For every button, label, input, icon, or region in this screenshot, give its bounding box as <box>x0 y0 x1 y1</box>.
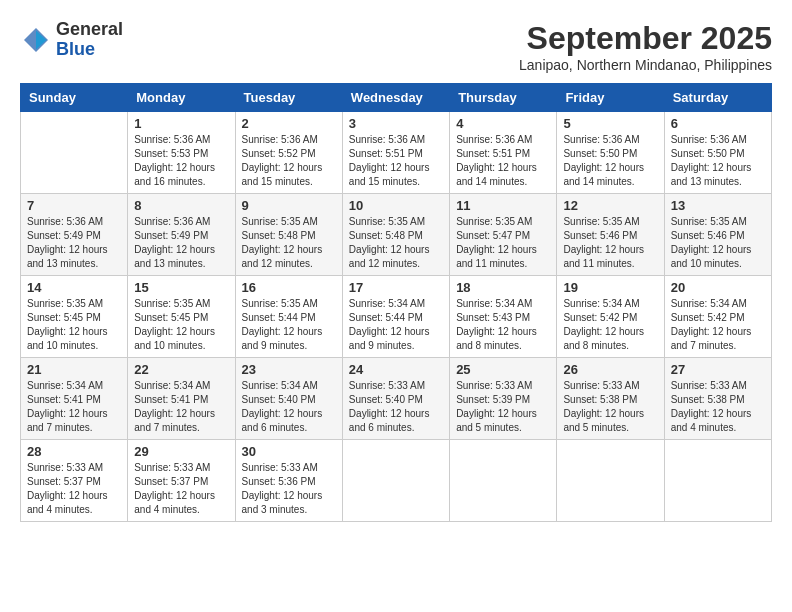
cell-info: Sunrise: 5:36 AMSunset: 5:50 PMDaylight:… <box>563 133 657 189</box>
cell-date-number: 26 <box>563 362 657 377</box>
calendar-cell <box>450 440 557 522</box>
cell-date-number: 13 <box>671 198 765 213</box>
calendar-cell: 2Sunrise: 5:36 AMSunset: 5:52 PMDaylight… <box>235 112 342 194</box>
cell-info: Sunrise: 5:36 AMSunset: 5:51 PMDaylight:… <box>456 133 550 189</box>
cell-info: Sunrise: 5:33 AMSunset: 5:38 PMDaylight:… <box>671 379 765 435</box>
logo-icon <box>20 24 52 56</box>
cell-info: Sunrise: 5:36 AMSunset: 5:53 PMDaylight:… <box>134 133 228 189</box>
day-header: Thursday <box>450 84 557 112</box>
calendar-cell <box>557 440 664 522</box>
title-block: September 2025 Lanipao, Northern Mindana… <box>519 20 772 73</box>
logo: General Blue <box>20 20 123 60</box>
day-header: Wednesday <box>342 84 449 112</box>
cell-info: Sunrise: 5:35 AMSunset: 5:46 PMDaylight:… <box>563 215 657 271</box>
calendar-week-row: 1Sunrise: 5:36 AMSunset: 5:53 PMDaylight… <box>21 112 772 194</box>
cell-info: Sunrise: 5:34 AMSunset: 5:42 PMDaylight:… <box>563 297 657 353</box>
calendar-cell <box>21 112 128 194</box>
cell-info: Sunrise: 5:36 AMSunset: 5:51 PMDaylight:… <box>349 133 443 189</box>
cell-info: Sunrise: 5:36 AMSunset: 5:49 PMDaylight:… <box>134 215 228 271</box>
cell-info: Sunrise: 5:34 AMSunset: 5:40 PMDaylight:… <box>242 379 336 435</box>
cell-date-number: 15 <box>134 280 228 295</box>
cell-date-number: 1 <box>134 116 228 131</box>
page-title: September 2025 <box>519 20 772 57</box>
calendar-cell: 10Sunrise: 5:35 AMSunset: 5:48 PMDayligh… <box>342 194 449 276</box>
calendar-cell: 5Sunrise: 5:36 AMSunset: 5:50 PMDaylight… <box>557 112 664 194</box>
logo-blue: Blue <box>56 40 123 60</box>
calendar-cell: 25Sunrise: 5:33 AMSunset: 5:39 PMDayligh… <box>450 358 557 440</box>
cell-date-number: 29 <box>134 444 228 459</box>
cell-info: Sunrise: 5:34 AMSunset: 5:42 PMDaylight:… <box>671 297 765 353</box>
calendar-cell: 23Sunrise: 5:34 AMSunset: 5:40 PMDayligh… <box>235 358 342 440</box>
cell-date-number: 18 <box>456 280 550 295</box>
calendar-cell: 21Sunrise: 5:34 AMSunset: 5:41 PMDayligh… <box>21 358 128 440</box>
cell-date-number: 2 <box>242 116 336 131</box>
calendar-week-row: 14Sunrise: 5:35 AMSunset: 5:45 PMDayligh… <box>21 276 772 358</box>
day-header: Saturday <box>664 84 771 112</box>
cell-date-number: 22 <box>134 362 228 377</box>
calendar-cell: 13Sunrise: 5:35 AMSunset: 5:46 PMDayligh… <box>664 194 771 276</box>
cell-date-number: 24 <box>349 362 443 377</box>
calendar-cell: 1Sunrise: 5:36 AMSunset: 5:53 PMDaylight… <box>128 112 235 194</box>
cell-info: Sunrise: 5:33 AMSunset: 5:37 PMDaylight:… <box>134 461 228 517</box>
cell-date-number: 17 <box>349 280 443 295</box>
calendar-cell: 20Sunrise: 5:34 AMSunset: 5:42 PMDayligh… <box>664 276 771 358</box>
calendar-cell: 14Sunrise: 5:35 AMSunset: 5:45 PMDayligh… <box>21 276 128 358</box>
cell-info: Sunrise: 5:35 AMSunset: 5:44 PMDaylight:… <box>242 297 336 353</box>
cell-date-number: 5 <box>563 116 657 131</box>
cell-date-number: 6 <box>671 116 765 131</box>
calendar-cell: 26Sunrise: 5:33 AMSunset: 5:38 PMDayligh… <box>557 358 664 440</box>
calendar-cell: 27Sunrise: 5:33 AMSunset: 5:38 PMDayligh… <box>664 358 771 440</box>
calendar-cell <box>342 440 449 522</box>
cell-info: Sunrise: 5:33 AMSunset: 5:40 PMDaylight:… <box>349 379 443 435</box>
cell-date-number: 8 <box>134 198 228 213</box>
calendar-cell: 11Sunrise: 5:35 AMSunset: 5:47 PMDayligh… <box>450 194 557 276</box>
cell-date-number: 14 <box>27 280 121 295</box>
calendar-cell: 15Sunrise: 5:35 AMSunset: 5:45 PMDayligh… <box>128 276 235 358</box>
cell-date-number: 16 <box>242 280 336 295</box>
cell-info: Sunrise: 5:33 AMSunset: 5:39 PMDaylight:… <box>456 379 550 435</box>
calendar-cell: 9Sunrise: 5:35 AMSunset: 5:48 PMDaylight… <box>235 194 342 276</box>
logo-general: General <box>56 20 123 40</box>
cell-info: Sunrise: 5:35 AMSunset: 5:48 PMDaylight:… <box>242 215 336 271</box>
cell-info: Sunrise: 5:35 AMSunset: 5:47 PMDaylight:… <box>456 215 550 271</box>
calendar-cell: 4Sunrise: 5:36 AMSunset: 5:51 PMDaylight… <box>450 112 557 194</box>
day-header: Monday <box>128 84 235 112</box>
cell-info: Sunrise: 5:34 AMSunset: 5:41 PMDaylight:… <box>27 379 121 435</box>
cell-date-number: 19 <box>563 280 657 295</box>
cell-date-number: 11 <box>456 198 550 213</box>
calendar-cell: 24Sunrise: 5:33 AMSunset: 5:40 PMDayligh… <box>342 358 449 440</box>
cell-info: Sunrise: 5:35 AMSunset: 5:46 PMDaylight:… <box>671 215 765 271</box>
page-subtitle: Lanipao, Northern Mindanao, Philippines <box>519 57 772 73</box>
cell-date-number: 28 <box>27 444 121 459</box>
cell-info: Sunrise: 5:36 AMSunset: 5:52 PMDaylight:… <box>242 133 336 189</box>
cell-info: Sunrise: 5:34 AMSunset: 5:44 PMDaylight:… <box>349 297 443 353</box>
calendar-cell: 19Sunrise: 5:34 AMSunset: 5:42 PMDayligh… <box>557 276 664 358</box>
calendar-week-row: 28Sunrise: 5:33 AMSunset: 5:37 PMDayligh… <box>21 440 772 522</box>
day-header: Friday <box>557 84 664 112</box>
page-header: General Blue September 2025 Lanipao, Nor… <box>20 20 772 73</box>
cell-info: Sunrise: 5:35 AMSunset: 5:45 PMDaylight:… <box>27 297 121 353</box>
calendar-cell: 30Sunrise: 5:33 AMSunset: 5:36 PMDayligh… <box>235 440 342 522</box>
calendar-cell: 17Sunrise: 5:34 AMSunset: 5:44 PMDayligh… <box>342 276 449 358</box>
calendar-cell: 7Sunrise: 5:36 AMSunset: 5:49 PMDaylight… <box>21 194 128 276</box>
cell-info: Sunrise: 5:35 AMSunset: 5:48 PMDaylight:… <box>349 215 443 271</box>
calendar-cell: 28Sunrise: 5:33 AMSunset: 5:37 PMDayligh… <box>21 440 128 522</box>
cell-date-number: 9 <box>242 198 336 213</box>
calendar-header-row: SundayMondayTuesdayWednesdayThursdayFrid… <box>21 84 772 112</box>
cell-info: Sunrise: 5:35 AMSunset: 5:45 PMDaylight:… <box>134 297 228 353</box>
cell-date-number: 23 <box>242 362 336 377</box>
cell-date-number: 25 <box>456 362 550 377</box>
calendar-cell: 18Sunrise: 5:34 AMSunset: 5:43 PMDayligh… <box>450 276 557 358</box>
cell-info: Sunrise: 5:33 AMSunset: 5:37 PMDaylight:… <box>27 461 121 517</box>
cell-info: Sunrise: 5:34 AMSunset: 5:43 PMDaylight:… <box>456 297 550 353</box>
cell-info: Sunrise: 5:33 AMSunset: 5:36 PMDaylight:… <box>242 461 336 517</box>
cell-date-number: 7 <box>27 198 121 213</box>
cell-date-number: 27 <box>671 362 765 377</box>
day-header: Sunday <box>21 84 128 112</box>
cell-date-number: 30 <box>242 444 336 459</box>
day-header: Tuesday <box>235 84 342 112</box>
cell-info: Sunrise: 5:36 AMSunset: 5:49 PMDaylight:… <box>27 215 121 271</box>
cell-date-number: 3 <box>349 116 443 131</box>
cell-date-number: 4 <box>456 116 550 131</box>
calendar-cell: 22Sunrise: 5:34 AMSunset: 5:41 PMDayligh… <box>128 358 235 440</box>
